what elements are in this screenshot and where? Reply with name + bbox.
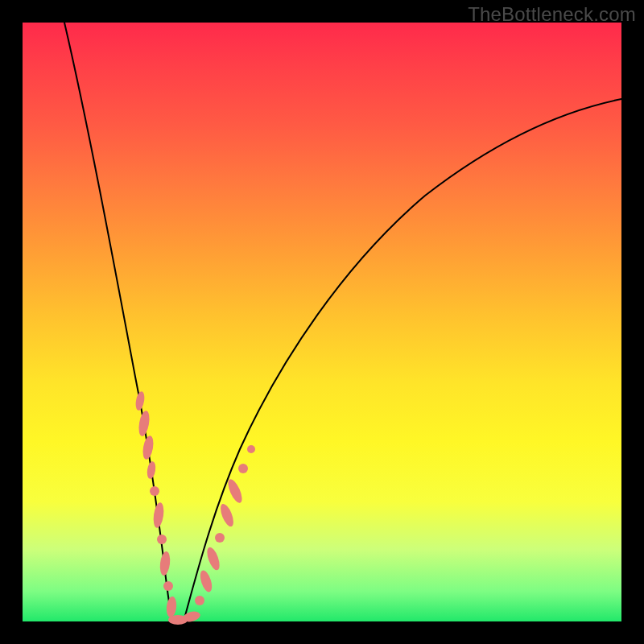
curve-left-branch xyxy=(64,23,173,621)
curve-marker xyxy=(159,551,171,576)
chart-frame: TheBottleneck.com xyxy=(0,0,644,644)
curve-marker xyxy=(238,464,248,473)
curve-marker xyxy=(218,502,236,528)
curve-marker xyxy=(166,596,178,617)
curve-marker-group xyxy=(134,390,255,625)
curve-marker xyxy=(198,569,214,593)
curve-marker xyxy=(152,502,165,528)
curve-marker xyxy=(141,435,155,460)
curve-marker xyxy=(150,486,159,496)
curve-marker xyxy=(215,533,225,543)
curve-marker xyxy=(157,535,167,544)
curve-marker xyxy=(137,410,151,437)
curve-marker xyxy=(146,460,156,479)
curve-marker xyxy=(163,581,173,591)
curve-marker xyxy=(247,445,255,453)
curve-right-branch xyxy=(184,99,621,621)
chart-plot-area xyxy=(23,23,621,621)
watermark-text: TheBottleneck.com xyxy=(468,3,636,26)
curve-marker xyxy=(195,596,204,605)
curve-marker xyxy=(225,477,245,505)
bottleneck-curve xyxy=(23,23,621,621)
curve-marker xyxy=(134,390,146,411)
curve-marker xyxy=(204,546,222,572)
